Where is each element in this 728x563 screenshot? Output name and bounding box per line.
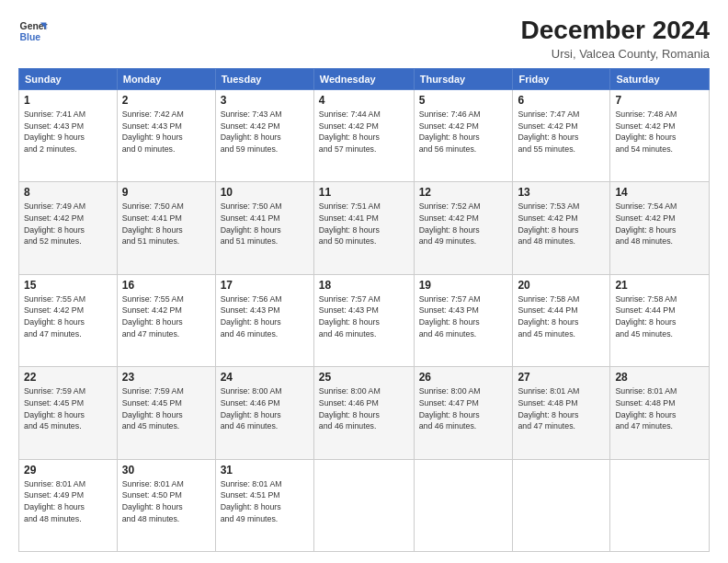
day-number: 23 — [122, 371, 210, 384]
day-number: 4 — [319, 94, 409, 107]
day-number: 21 — [615, 279, 704, 292]
table-row: 10Sunrise: 7:50 AM Sunset: 4:41 PM Dayli… — [215, 182, 313, 274]
table-row: 12Sunrise: 7:52 AM Sunset: 4:42 PM Dayli… — [414, 182, 513, 274]
day-info: Sunrise: 7:50 AM Sunset: 4:41 PM Dayligh… — [122, 201, 210, 247]
calendar-week-3: 15Sunrise: 7:55 AM Sunset: 4:42 PM Dayli… — [19, 274, 710, 366]
day-info: Sunrise: 8:00 AM Sunset: 4:46 PM Dayligh… — [319, 385, 409, 432]
table-row: 13Sunrise: 7:53 AM Sunset: 4:42 PM Dayli… — [513, 182, 610, 274]
day-info: Sunrise: 7:44 AM Sunset: 4:42 PM Dayligh… — [319, 109, 409, 155]
day-number: 12 — [419, 186, 508, 199]
table-row: 15Sunrise: 7:55 AM Sunset: 4:42 PM Dayli… — [19, 274, 118, 366]
table-row: 6Sunrise: 7:47 AM Sunset: 4:42 PM Daylig… — [513, 89, 610, 181]
day-info: Sunrise: 7:54 AM Sunset: 4:42 PM Dayligh… — [615, 201, 704, 247]
day-number: 16 — [122, 279, 210, 292]
day-info: Sunrise: 8:01 AM Sunset: 4:48 PM Dayligh… — [518, 385, 605, 432]
table-row — [610, 459, 710, 551]
table-row: 11Sunrise: 7:51 AM Sunset: 4:41 PM Dayli… — [313, 182, 414, 274]
day-number: 20 — [518, 279, 605, 292]
day-info: Sunrise: 8:01 AM Sunset: 4:50 PM Dayligh… — [122, 478, 210, 525]
day-number: 24 — [221, 371, 309, 384]
day-info: Sunrise: 7:41 AM Sunset: 4:43 PM Dayligh… — [24, 109, 112, 155]
day-number: 13 — [518, 186, 605, 199]
calendar-week-5: 29Sunrise: 8:01 AM Sunset: 4:49 PM Dayli… — [19, 459, 710, 551]
table-row: 28Sunrise: 8:01 AM Sunset: 4:48 PM Dayli… — [610, 367, 710, 459]
day-info: Sunrise: 8:01 AM Sunset: 4:49 PM Dayligh… — [24, 478, 112, 525]
day-info: Sunrise: 7:58 AM Sunset: 4:44 PM Dayligh… — [615, 293, 704, 340]
main-title: December 2024 — [521, 17, 710, 45]
day-info: Sunrise: 7:49 AM Sunset: 4:42 PM Dayligh… — [24, 201, 112, 247]
day-info: Sunrise: 8:00 AM Sunset: 4:47 PM Dayligh… — [419, 385, 508, 432]
table-row: 17Sunrise: 7:56 AM Sunset: 4:43 PM Dayli… — [215, 274, 313, 366]
day-number: 9 — [122, 186, 210, 199]
day-info: Sunrise: 7:57 AM Sunset: 4:43 PM Dayligh… — [319, 293, 409, 340]
table-row: 23Sunrise: 7:59 AM Sunset: 4:45 PM Dayli… — [117, 367, 215, 459]
day-info: Sunrise: 7:55 AM Sunset: 4:42 PM Dayligh… — [24, 293, 112, 340]
header: General Blue December 2024 Ursi, Valcea … — [18, 17, 710, 61]
table-row: 30Sunrise: 8:01 AM Sunset: 4:50 PM Dayli… — [117, 459, 215, 551]
day-number: 5 — [419, 94, 508, 107]
table-row: 7Sunrise: 7:48 AM Sunset: 4:42 PM Daylig… — [610, 89, 710, 181]
table-row: 25Sunrise: 8:00 AM Sunset: 4:46 PM Dayli… — [313, 367, 414, 459]
day-number: 6 — [518, 94, 605, 107]
table-row: 19Sunrise: 7:57 AM Sunset: 4:43 PM Dayli… — [414, 274, 513, 366]
table-row: 3Sunrise: 7:43 AM Sunset: 4:42 PM Daylig… — [215, 89, 313, 181]
table-row: 20Sunrise: 7:58 AM Sunset: 4:44 PM Dayli… — [513, 274, 610, 366]
logo-icon: General Blue — [18, 17, 48, 46]
day-number: 29 — [24, 464, 112, 477]
day-info: Sunrise: 7:47 AM Sunset: 4:42 PM Dayligh… — [518, 109, 605, 155]
day-number: 25 — [319, 371, 409, 384]
day-info: Sunrise: 7:58 AM Sunset: 4:44 PM Dayligh… — [518, 293, 605, 340]
day-info: Sunrise: 7:55 AM Sunset: 4:42 PM Dayligh… — [122, 293, 210, 340]
table-row: 9Sunrise: 7:50 AM Sunset: 4:41 PM Daylig… — [117, 182, 215, 274]
table-row: 26Sunrise: 8:00 AM Sunset: 4:47 PM Dayli… — [414, 367, 513, 459]
table-row: 1Sunrise: 7:41 AM Sunset: 4:43 PM Daylig… — [19, 89, 118, 181]
calendar-week-1: 1Sunrise: 7:41 AM Sunset: 4:43 PM Daylig… — [19, 89, 710, 181]
day-number: 15 — [24, 279, 112, 292]
logo: General Blue — [18, 17, 48, 46]
table-row: 14Sunrise: 7:54 AM Sunset: 4:42 PM Dayli… — [610, 182, 710, 274]
table-row — [513, 459, 610, 551]
day-info: Sunrise: 7:53 AM Sunset: 4:42 PM Dayligh… — [518, 201, 605, 247]
table-row — [313, 459, 414, 551]
day-info: Sunrise: 7:59 AM Sunset: 4:45 PM Dayligh… — [24, 385, 112, 432]
day-number: 3 — [221, 94, 309, 107]
day-number: 18 — [319, 279, 409, 292]
table-row: 31Sunrise: 8:01 AM Sunset: 4:51 PM Dayli… — [215, 459, 313, 551]
title-block: December 2024 Ursi, Valcea County, Roman… — [521, 17, 710, 61]
day-number: 1 — [24, 94, 112, 107]
table-row: 8Sunrise: 7:49 AM Sunset: 4:42 PM Daylig… — [19, 182, 118, 274]
day-number: 14 — [615, 186, 704, 199]
page: General Blue December 2024 Ursi, Valcea … — [0, 0, 728, 563]
table-row: 21Sunrise: 7:58 AM Sunset: 4:44 PM Dayli… — [610, 274, 710, 366]
table-row: 4Sunrise: 7:44 AM Sunset: 4:42 PM Daylig… — [313, 89, 414, 181]
day-number: 27 — [518, 371, 605, 384]
col-saturday: Saturday — [610, 68, 710, 89]
table-row — [414, 459, 513, 551]
day-info: Sunrise: 8:01 AM Sunset: 4:48 PM Dayligh… — [615, 385, 704, 432]
col-monday: Monday — [117, 68, 215, 89]
table-row: 27Sunrise: 8:01 AM Sunset: 4:48 PM Dayli… — [513, 367, 610, 459]
day-info: Sunrise: 7:59 AM Sunset: 4:45 PM Dayligh… — [122, 385, 210, 432]
day-number: 28 — [615, 371, 704, 384]
day-number: 30 — [122, 464, 210, 477]
calendar-week-4: 22Sunrise: 7:59 AM Sunset: 4:45 PM Dayli… — [19, 367, 710, 459]
col-wednesday: Wednesday — [313, 68, 414, 89]
calendar-week-2: 8Sunrise: 7:49 AM Sunset: 4:42 PM Daylig… — [19, 182, 710, 274]
day-info: Sunrise: 8:01 AM Sunset: 4:51 PM Dayligh… — [221, 478, 309, 525]
day-info: Sunrise: 7:48 AM Sunset: 4:42 PM Dayligh… — [615, 109, 704, 155]
table-row: 24Sunrise: 8:00 AM Sunset: 4:46 PM Dayli… — [215, 367, 313, 459]
day-number: 17 — [221, 279, 309, 292]
day-number: 11 — [319, 186, 409, 199]
day-number: 2 — [122, 94, 210, 107]
table-row: 2Sunrise: 7:42 AM Sunset: 4:43 PM Daylig… — [117, 89, 215, 181]
table-row: 16Sunrise: 7:55 AM Sunset: 4:42 PM Dayli… — [117, 274, 215, 366]
day-number: 22 — [24, 371, 112, 384]
day-number: 10 — [221, 186, 309, 199]
day-info: Sunrise: 7:42 AM Sunset: 4:43 PM Dayligh… — [122, 109, 210, 155]
table-row: 29Sunrise: 8:01 AM Sunset: 4:49 PM Dayli… — [19, 459, 118, 551]
calendar-header-row: Sunday Monday Tuesday Wednesday Thursday… — [19, 68, 710, 89]
day-info: Sunrise: 7:43 AM Sunset: 4:42 PM Dayligh… — [221, 109, 309, 155]
day-number: 26 — [419, 371, 508, 384]
day-info: Sunrise: 7:52 AM Sunset: 4:42 PM Dayligh… — [419, 201, 508, 247]
day-info: Sunrise: 7:56 AM Sunset: 4:43 PM Dayligh… — [221, 293, 309, 340]
